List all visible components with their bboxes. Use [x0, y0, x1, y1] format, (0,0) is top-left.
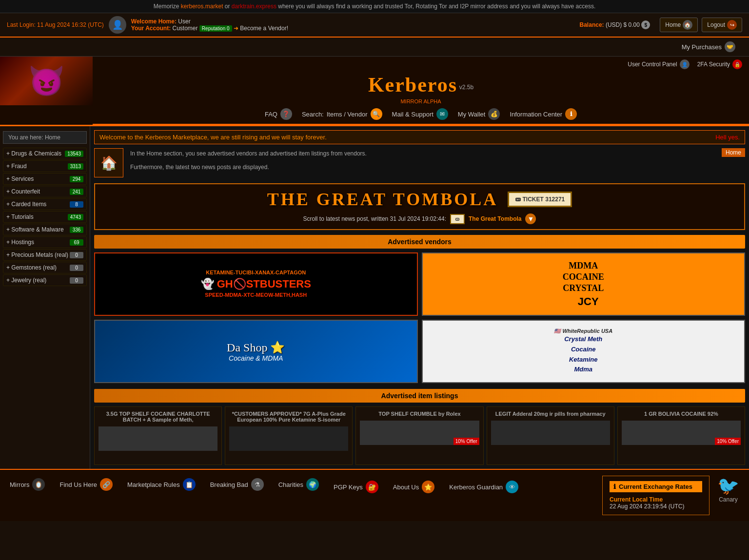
vendor-card-whiterepublic[interactable]: 🇺🇸 WhiteRepublic USA Crystal MethCocaine…	[422, 320, 746, 383]
ghostbusters-text: KETAMINE-TUCIBI-XANAX-CAPTAGON 👻 GH🚫STBU…	[197, 265, 315, 303]
charities-icon: 🌍	[306, 478, 319, 491]
item-2-image	[229, 426, 348, 451]
ticket-small-icon: 🎟	[450, 214, 465, 224]
category-item[interactable]: + Gemstones (real)0	[3, 262, 87, 273]
purchases-label: My Purchases	[682, 43, 722, 51]
about-label: About Us	[393, 483, 419, 491]
footer: Mirrors 🪞 Find Us Here 🔗 Marketplace Rul…	[0, 469, 749, 521]
home-description: In the Home section, you see advertised …	[128, 148, 717, 177]
category-label: + Carded Items	[6, 201, 46, 208]
category-count: 3313	[68, 163, 83, 170]
category-item[interactable]: + Carded Items8	[3, 198, 87, 210]
sidebar: You are here: Home + Drugs & Chemicals13…	[0, 126, 90, 469]
account-label: Your Account:	[131, 25, 171, 32]
home-section-label: Home	[722, 148, 745, 157]
hell-yes-text: Hell yes.	[715, 134, 740, 141]
gb-main: 👻 GH🚫STBUSTERS	[201, 277, 311, 292]
become-vendor-link[interactable]: ➜	[234, 25, 240, 32]
my-purchases-button[interactable]: My Purchases 🤝	[675, 39, 742, 54]
exchange-icon: ℹ	[613, 483, 616, 490]
2fa-icon: 🔒	[732, 59, 742, 69]
category-item[interactable]: + Counterfeit241	[3, 186, 87, 197]
header-nav: Home 🏠 Logout ↪	[660, 18, 742, 32]
faq-icon: ❓	[280, 108, 292, 120]
item-card-3[interactable]: TOP SHELF CRUMBLE by Rolex 10% Offer	[355, 406, 483, 465]
jcy-cocaine: COCAINE	[563, 272, 604, 282]
wr-brand: 🇺🇸 WhiteRepublic USA	[554, 328, 612, 334]
tombola-link[interactable]: The Great Tombola	[469, 215, 521, 222]
kerberos-link[interactable]: kerberos.market	[181, 3, 223, 10]
search-nav-item[interactable]: Search: Items / Vendor 🔍	[302, 108, 382, 120]
home-desc-2: Furthermore, the latest two news posts a…	[130, 164, 715, 171]
item-card-5[interactable]: 1 GR BOLIVIA COCAINE 92% 10% Offer	[617, 406, 745, 465]
2fa-security-button[interactable]: 2FA Security 🔒	[697, 59, 742, 69]
advertised-items-header: Advertised item listings	[94, 389, 745, 403]
category-count: 294	[70, 176, 83, 182]
user-control-panel-button[interactable]: User Control Panel 👤	[628, 59, 689, 69]
logout-button[interactable]: Logout ↪	[702, 18, 742, 32]
scroll-down-icon[interactable]: ▼	[525, 213, 536, 224]
jcy-brand: JCY	[573, 294, 604, 309]
item-1-image	[99, 426, 217, 451]
mail-support-nav-item[interactable]: Mail & Support ✉	[392, 108, 448, 120]
become-vendor-text[interactable]: Become a Vendor!	[240, 25, 288, 32]
canary-icon: 🐦	[717, 476, 739, 496]
category-item[interactable]: + Services294	[3, 173, 87, 185]
charities-link[interactable]: Charities 🌍	[278, 476, 319, 493]
item-4-title: LEGIT Adderal 20mg ir pills from pharmac…	[491, 411, 610, 417]
marketplace-rules-link[interactable]: Marketplace Rules 📋	[127, 476, 196, 493]
find-us-link[interactable]: Find Us Here 🔗	[59, 476, 113, 493]
category-count: 4743	[68, 214, 83, 220]
kerberos-guardian-link[interactable]: Kerberos Guardian 👁	[449, 481, 518, 493]
item-card-2[interactable]: *CUSTOMERS APPROVED* 7G A-Plus Grade Eur…	[225, 406, 353, 465]
home-section-icon: 🏠	[94, 148, 123, 177]
home-button[interactable]: Home 🏠	[660, 18, 698, 32]
ucp-icon: 👤	[680, 59, 690, 69]
wallet-nav-item[interactable]: My Wallet 💰	[458, 108, 500, 120]
dollar-icon: $	[641, 20, 650, 29]
faq-nav-item[interactable]: FAQ ❓	[265, 108, 292, 120]
about-icon: ⭐	[422, 481, 434, 493]
last-login-label: Last Login:	[7, 21, 36, 28]
main-layout: You are here: Home + Drugs & Chemicals13…	[0, 126, 749, 469]
category-label: + Precious Metals (real)	[6, 251, 68, 258]
last-login-value: 11 Aug 2024 16:32 (UTC)	[37, 21, 104, 28]
banner-text2: where you will always find a working and…	[276, 3, 595, 10]
item-card-4[interactable]: LEGIT Adderal 20mg ir pills from pharmac…	[487, 406, 614, 465]
wallet-label: My Wallet	[458, 111, 486, 118]
exchange-label: Current Exchange Rates	[619, 483, 692, 490]
darktrain-link[interactable]: darktrain.express	[232, 3, 276, 10]
category-label: + Software & Malware	[6, 226, 64, 233]
vendor-card-doshop[interactable]: Da Shop ⭐ Cocaine & MDMA	[94, 320, 418, 383]
about-us-link[interactable]: About Us ⭐	[393, 481, 434, 493]
breaking-bad-link[interactable]: Breaking Bad ⚗	[210, 476, 264, 493]
category-count: 69	[70, 239, 83, 246]
guardian-icon: 👁	[506, 481, 518, 493]
category-item[interactable]: + Jewelry (real)0	[3, 274, 87, 286]
vendor-card-ghostbusters[interactable]: KETAMINE-TUCIBI-XANAX-CAPTAGON 👻 GH🚫STBU…	[94, 252, 418, 316]
info-center-nav-item[interactable]: Information Center ℹ	[510, 108, 577, 120]
category-item[interactable]: + Fraud3313	[3, 160, 87, 172]
category-item[interactable]: + Software & Malware336	[3, 224, 87, 235]
home-desc-1: In the Home section, you see advertised …	[130, 150, 715, 157]
doshop-sub: Cocaine & MDMA	[227, 354, 285, 362]
category-item[interactable]: + Precious Metals (real)0	[3, 249, 87, 261]
category-item[interactable]: + Tutorials4743	[3, 211, 87, 223]
guardian-label: Kerberos Guardian	[449, 483, 503, 491]
category-item[interactable]: + Hostings69	[3, 236, 87, 248]
category-count: 336	[70, 227, 83, 233]
logo-version: v2.5b	[459, 84, 473, 91]
mirrors-link[interactable]: Mirrors 🪞	[10, 476, 45, 493]
item-card-1[interactable]: 3.5G TOP SHELF COCAINE CHARLOTTE BATCH +…	[94, 406, 222, 465]
vendor-card-jcy[interactable]: MDMA COCAINE CRYSTAL JCY	[422, 252, 746, 316]
doshop-content: Da Shop ⭐ Cocaine & MDMA	[227, 341, 285, 362]
item-5-offer: 10% Offer	[715, 438, 741, 445]
wallet-icon: 💰	[488, 108, 500, 120]
pgp-keys-link[interactable]: PGP Keys 🔐	[334, 481, 378, 493]
mirrors-icon: 🪞	[32, 478, 45, 491]
category-label: + Services	[6, 175, 34, 182]
mail-support-label: Mail & Support	[392, 111, 434, 118]
user-name: User	[178, 18, 190, 25]
category-count: 0	[70, 277, 83, 284]
category-item[interactable]: + Drugs & Chemicals13543	[3, 148, 87, 159]
